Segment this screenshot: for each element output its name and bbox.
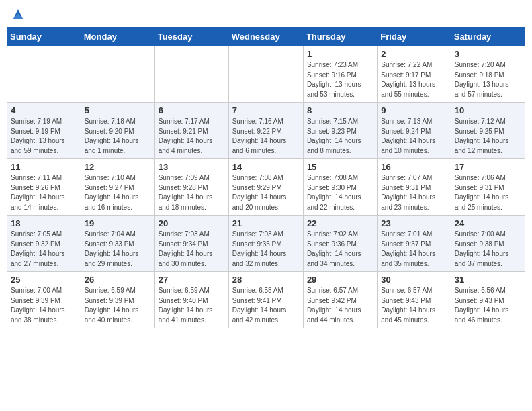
calendar-cell: 5Sunrise: 7:18 AM Sunset: 9:20 PM Daylig… — [81, 103, 154, 159]
day-number: 4 — [11, 105, 77, 116]
day-number: 23 — [381, 218, 447, 228]
day-info: Sunrise: 7:05 AM Sunset: 9:32 PM Dayligh… — [11, 230, 77, 269]
calendar-cell: 17Sunrise: 7:06 AM Sunset: 9:31 PM Dayli… — [451, 159, 525, 216]
calendar-cell: 3Sunrise: 7:20 AM Sunset: 9:18 PM Daylig… — [451, 46, 525, 103]
day-info: Sunrise: 6:57 AM Sunset: 9:43 PM Dayligh… — [381, 286, 447, 325]
day-info: Sunrise: 7:00 AM Sunset: 9:38 PM Dayligh… — [455, 230, 521, 269]
day-number: 11 — [11, 162, 77, 172]
calendar-day-header: Wednesday — [228, 28, 303, 46]
day-number: 17 — [455, 162, 521, 172]
day-number: 27 — [159, 275, 225, 285]
day-info: Sunrise: 7:10 AM Sunset: 9:27 PM Dayligh… — [85, 173, 151, 212]
calendar-week-row: 25Sunrise: 7:00 AM Sunset: 9:39 PM Dayli… — [7, 272, 525, 328]
calendar-cell: 18Sunrise: 7:05 AM Sunset: 9:32 PM Dayli… — [7, 216, 81, 272]
day-info: Sunrise: 7:03 AM Sunset: 9:35 PM Dayligh… — [232, 230, 300, 269]
calendar-cell: 28Sunrise: 6:58 AM Sunset: 9:41 PM Dayli… — [228, 272, 303, 328]
day-number: 30 — [381, 275, 447, 285]
calendar-week-row: 11Sunrise: 7:11 AM Sunset: 9:26 PM Dayli… — [7, 159, 525, 216]
day-number: 15 — [307, 162, 373, 172]
calendar-cell: 23Sunrise: 7:01 AM Sunset: 9:37 PM Dayli… — [378, 216, 451, 272]
day-number: 3 — [455, 49, 521, 59]
calendar-cell: 30Sunrise: 6:57 AM Sunset: 9:43 PM Dayli… — [378, 272, 451, 328]
calendar-cell: 15Sunrise: 7:08 AM Sunset: 9:30 PM Dayli… — [303, 159, 377, 216]
day-number: 31 — [455, 275, 521, 285]
calendar-cell: 8Sunrise: 7:15 AM Sunset: 9:23 PM Daylig… — [303, 103, 377, 159]
day-info: Sunrise: 7:15 AM Sunset: 9:23 PM Dayligh… — [307, 117, 373, 156]
logo — [9, 7, 26, 21]
logo-icon — [11, 7, 26, 21]
day-info: Sunrise: 6:57 AM Sunset: 9:42 PM Dayligh… — [307, 286, 373, 325]
day-number: 22 — [307, 218, 373, 228]
calendar-day-header: Thursday — [303, 28, 377, 46]
day-number: 14 — [232, 162, 300, 172]
calendar-cell: 31Sunrise: 6:56 AM Sunset: 9:43 PM Dayli… — [451, 272, 525, 328]
calendar-day-header: Tuesday — [154, 28, 228, 46]
calendar-cell: 22Sunrise: 7:02 AM Sunset: 9:36 PM Dayli… — [303, 216, 377, 272]
calendar-cell: 20Sunrise: 7:03 AM Sunset: 9:34 PM Dayli… — [154, 216, 228, 272]
day-info: Sunrise: 7:00 AM Sunset: 9:39 PM Dayligh… — [11, 286, 77, 325]
day-info: Sunrise: 7:02 AM Sunset: 9:36 PM Dayligh… — [307, 230, 373, 269]
day-info: Sunrise: 7:23 AM Sunset: 9:16 PM Dayligh… — [307, 60, 373, 99]
day-number: 6 — [159, 105, 225, 116]
calendar-day-header: Monday — [81, 28, 154, 46]
day-number: 13 — [159, 162, 225, 172]
day-info: Sunrise: 7:09 AM Sunset: 9:28 PM Dayligh… — [159, 173, 225, 212]
calendar-cell: 11Sunrise: 7:11 AM Sunset: 9:26 PM Dayli… — [7, 159, 81, 216]
page-header — [7, 7, 525, 21]
day-info: Sunrise: 7:20 AM Sunset: 9:18 PM Dayligh… — [455, 60, 521, 99]
day-info: Sunrise: 6:59 AM Sunset: 9:40 PM Dayligh… — [159, 286, 225, 325]
day-number: 24 — [455, 218, 521, 228]
calendar-cell: 6Sunrise: 7:17 AM Sunset: 9:21 PM Daylig… — [154, 103, 228, 159]
calendar-header-row: SundayMondayTuesdayWednesdayThursdayFrid… — [7, 28, 525, 46]
calendar-cell: 14Sunrise: 7:08 AM Sunset: 9:29 PM Dayli… — [228, 159, 303, 216]
day-number: 28 — [232, 275, 300, 285]
calendar-cell: 4Sunrise: 7:19 AM Sunset: 9:19 PM Daylig… — [7, 103, 81, 159]
calendar-day-header: Saturday — [451, 28, 525, 46]
day-number: 16 — [381, 162, 447, 172]
day-number: 26 — [85, 275, 151, 285]
day-info: Sunrise: 7:17 AM Sunset: 9:21 PM Dayligh… — [159, 117, 225, 156]
calendar-week-row: 4Sunrise: 7:19 AM Sunset: 9:19 PM Daylig… — [7, 103, 525, 159]
calendar-day-header: Sunday — [7, 28, 81, 46]
calendar-cell: 21Sunrise: 7:03 AM Sunset: 9:35 PM Dayli… — [228, 216, 303, 272]
calendar-cell — [154, 46, 228, 103]
day-number: 21 — [232, 218, 300, 228]
day-number: 19 — [85, 218, 151, 228]
day-number: 5 — [85, 105, 151, 116]
calendar-cell: 27Sunrise: 6:59 AM Sunset: 9:40 PM Dayli… — [154, 272, 228, 328]
day-number: 7 — [232, 105, 300, 116]
day-info: Sunrise: 7:16 AM Sunset: 9:22 PM Dayligh… — [232, 117, 300, 156]
day-info: Sunrise: 7:04 AM Sunset: 9:33 PM Dayligh… — [85, 230, 151, 269]
day-info: Sunrise: 7:13 AM Sunset: 9:24 PM Dayligh… — [381, 117, 447, 156]
day-info: Sunrise: 7:06 AM Sunset: 9:31 PM Dayligh… — [455, 173, 521, 212]
day-info: Sunrise: 7:01 AM Sunset: 9:37 PM Dayligh… — [381, 230, 447, 269]
calendar-cell: 9Sunrise: 7:13 AM Sunset: 9:24 PM Daylig… — [378, 103, 451, 159]
day-info: Sunrise: 7:08 AM Sunset: 9:29 PM Dayligh… — [232, 173, 300, 212]
calendar-cell: 2Sunrise: 7:22 AM Sunset: 9:17 PM Daylig… — [378, 46, 451, 103]
day-info: Sunrise: 7:18 AM Sunset: 9:20 PM Dayligh… — [85, 117, 151, 156]
day-number: 12 — [85, 162, 151, 172]
calendar-week-row: 18Sunrise: 7:05 AM Sunset: 9:32 PM Dayli… — [7, 216, 525, 272]
day-number: 29 — [307, 275, 373, 285]
calendar-cell: 24Sunrise: 7:00 AM Sunset: 9:38 PM Dayli… — [451, 216, 525, 272]
calendar-cell: 1Sunrise: 7:23 AM Sunset: 9:16 PM Daylig… — [303, 46, 377, 103]
day-number: 18 — [11, 218, 77, 228]
calendar-cell: 29Sunrise: 6:57 AM Sunset: 9:42 PM Dayli… — [303, 272, 377, 328]
day-number: 20 — [159, 218, 225, 228]
calendar-cell: 26Sunrise: 6:59 AM Sunset: 9:39 PM Dayli… — [81, 272, 154, 328]
calendar-cell: 13Sunrise: 7:09 AM Sunset: 9:28 PM Dayli… — [154, 159, 228, 216]
day-info: Sunrise: 7:07 AM Sunset: 9:31 PM Dayligh… — [381, 173, 447, 212]
day-info: Sunrise: 7:12 AM Sunset: 9:25 PM Dayligh… — [455, 117, 521, 156]
day-info: Sunrise: 7:19 AM Sunset: 9:19 PM Dayligh… — [11, 117, 77, 156]
day-info: Sunrise: 7:03 AM Sunset: 9:34 PM Dayligh… — [159, 230, 225, 269]
day-info: Sunrise: 7:11 AM Sunset: 9:26 PM Dayligh… — [11, 173, 77, 212]
calendar-day-header: Friday — [378, 28, 451, 46]
day-number: 8 — [307, 105, 373, 116]
day-number: 9 — [381, 105, 447, 116]
calendar-table: SundayMondayTuesdayWednesdayThursdayFrid… — [7, 27, 525, 328]
day-info: Sunrise: 7:08 AM Sunset: 9:30 PM Dayligh… — [307, 173, 373, 212]
day-info: Sunrise: 6:56 AM Sunset: 9:43 PM Dayligh… — [455, 286, 521, 325]
calendar-week-row: 1Sunrise: 7:23 AM Sunset: 9:16 PM Daylig… — [7, 46, 525, 103]
calendar-cell: 16Sunrise: 7:07 AM Sunset: 9:31 PM Dayli… — [378, 159, 451, 216]
day-info: Sunrise: 6:58 AM Sunset: 9:41 PM Dayligh… — [232, 286, 300, 325]
